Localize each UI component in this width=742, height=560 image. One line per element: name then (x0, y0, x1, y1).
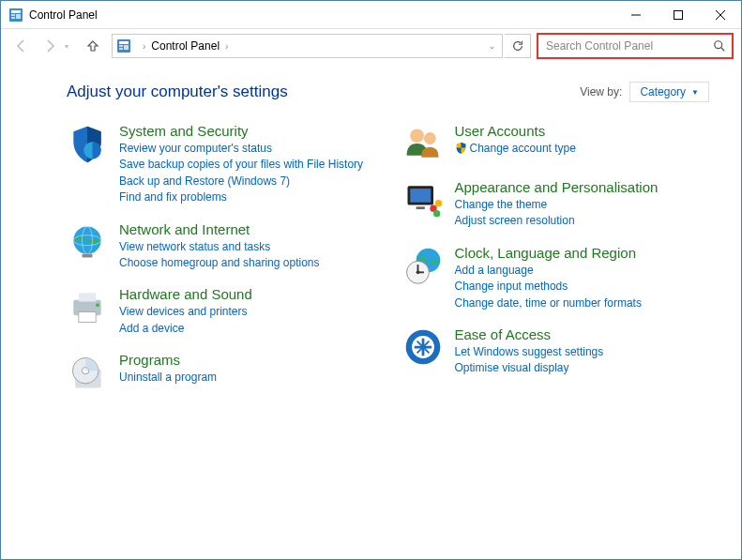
category-ease-of-access: Ease of Access Let Windows suggest setti… (402, 326, 710, 377)
category-link[interactable]: Change input methods (455, 279, 710, 295)
breadcrumb[interactable]: Control Panel (151, 39, 220, 53)
search-icon[interactable] (713, 39, 726, 53)
monitor-paint-icon (402, 179, 444, 220)
category-link[interactable]: Review your computer's status (119, 141, 374, 157)
svg-rect-2 (11, 14, 15, 16)
globe-icon (67, 221, 108, 263)
category-link[interactable]: Add a device (119, 321, 374, 337)
address-bar[interactable]: › Control Panel › ⌵ (112, 34, 503, 58)
svg-point-28 (410, 129, 424, 143)
category-link[interactable]: Save backup copies of your files with Fi… (119, 157, 374, 173)
up-button[interactable] (80, 33, 106, 59)
minimize-button[interactable] (614, 1, 657, 28)
history-dropdown-icon[interactable]: ▾ (65, 42, 78, 51)
category-title[interactable]: Ease of Access (455, 326, 710, 342)
viewby-value: Category (640, 85, 686, 98)
chevron-right-icon[interactable]: › (225, 41, 228, 52)
uac-shield-icon (455, 142, 467, 154)
category-link[interactable]: Find and fix problems (119, 189, 374, 205)
category-link[interactable]: Change the theme (455, 197, 710, 213)
category-title[interactable]: Hardware and Sound (119, 286, 374, 302)
category-link[interactable]: Add a language (455, 263, 710, 279)
category-title[interactable]: Appearance and Personalisation (455, 179, 710, 195)
category-user-accounts: User Accounts Change account type (402, 123, 710, 164)
page-title: Adjust your computer's settings (67, 83, 580, 101)
svg-rect-22 (79, 294, 96, 302)
svg-point-40 (416, 270, 419, 274)
svg-rect-13 (124, 45, 129, 50)
category-appearance-personalisation: Appearance and Personalisation Change th… (402, 179, 710, 230)
window-title: Control Panel (29, 8, 614, 22)
category-title[interactable]: Clock, Language and Region (455, 245, 710, 261)
svg-line-15 (721, 48, 725, 52)
svg-rect-10 (119, 41, 129, 44)
category-link[interactable]: Adjust screen resolution (455, 213, 710, 229)
category-title[interactable]: System and Security (119, 123, 374, 139)
search-box[interactable] (537, 33, 734, 59)
svg-rect-31 (410, 189, 431, 203)
chevron-right-icon: › (143, 41, 145, 52)
svg-rect-6 (674, 10, 682, 19)
svg-rect-20 (83, 253, 93, 257)
category-link[interactable]: Change date, time or number formats (455, 295, 710, 311)
svg-point-24 (96, 304, 99, 308)
svg-rect-1 (11, 10, 21, 13)
category-link[interactable]: Choose homegroup and sharing options (119, 255, 374, 271)
maximize-button[interactable] (657, 1, 699, 28)
svg-rect-32 (416, 206, 424, 209)
viewby-select[interactable]: Category ▼ (629, 82, 709, 102)
chevron-down-icon: ▼ (691, 88, 699, 97)
forward-button[interactable] (37, 33, 63, 59)
category-title[interactable]: User Accounts (455, 123, 710, 139)
right-column: User Accounts Change account type Appear… (402, 123, 710, 408)
category-link[interactable]: View network status and tasks (119, 239, 374, 255)
navbar: ▾ › Control Panel › ⌵ (1, 29, 741, 63)
category-clock-language-region: Clock, Language and Region Add a languag… (402, 245, 710, 311)
control-panel-icon (8, 8, 23, 23)
viewby-label: View by: (580, 85, 622, 98)
content-area: Adjust your computer's settings View by:… (1, 63, 741, 408)
control-panel-icon (116, 38, 131, 53)
category-link[interactable]: Change account type (455, 141, 710, 157)
svg-rect-11 (119, 45, 123, 47)
svg-rect-12 (119, 48, 123, 50)
category-hardware-sound: Hardware and Sound View devices and prin… (67, 286, 374, 337)
category-link[interactable]: Uninstall a program (119, 370, 374, 386)
address-dropdown-icon[interactable]: ⌵ (486, 42, 498, 51)
printer-icon (67, 286, 108, 327)
svg-point-14 (715, 41, 722, 49)
category-title[interactable]: Network and Internet (119, 221, 374, 237)
category-title[interactable]: Programs (119, 352, 374, 368)
svg-point-34 (434, 200, 441, 206)
svg-point-35 (433, 210, 440, 217)
left-column: System and Security Review your computer… (67, 123, 374, 408)
ease-of-access-icon (402, 326, 444, 368)
category-link[interactable]: Optimise visual display (455, 360, 710, 376)
svg-rect-4 (16, 14, 21, 19)
titlebar: Control Panel (1, 1, 741, 29)
category-system-security: System and Security Review your computer… (67, 123, 374, 206)
category-link[interactable]: Let Windows suggest settings (455, 344, 710, 360)
refresh-button[interactable] (505, 34, 531, 58)
category-network-internet: Network and Internet View network status… (67, 221, 374, 272)
users-icon (402, 123, 444, 164)
search-input[interactable] (546, 39, 713, 53)
back-button[interactable] (8, 33, 35, 59)
clock-globe-icon (402, 245, 444, 286)
svg-rect-3 (11, 17, 15, 19)
shield-icon (67, 123, 108, 164)
category-link[interactable]: Back up and Restore (Windows 7) (119, 174, 374, 189)
close-button[interactable] (699, 1, 741, 28)
disc-icon (67, 352, 108, 393)
svg-rect-23 (79, 312, 96, 323)
category-link[interactable]: View devices and printers (119, 304, 374, 320)
svg-point-29 (423, 132, 435, 144)
category-programs: Programs Uninstall a program (67, 352, 374, 393)
